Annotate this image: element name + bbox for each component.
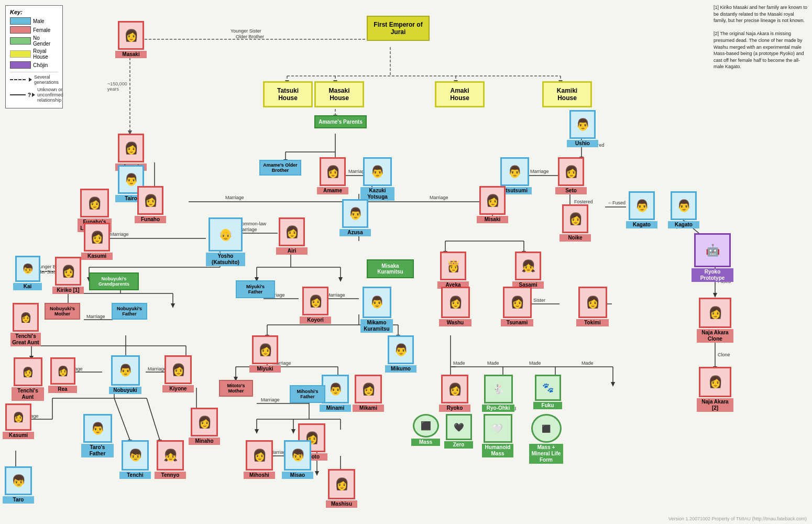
tenchi-aunt-label: Tenchi's Aunt	[12, 387, 44, 401]
svg-text:Marriage: Marriage	[430, 195, 448, 200]
mihoshi-portrait: 👩	[246, 440, 273, 471]
kai-portrait: 👦	[15, 256, 40, 282]
noike-label: Noike	[559, 234, 591, 242]
kasumi2-portrait: 👩	[5, 403, 31, 431]
legend-chojin-label: Chōjin	[33, 62, 48, 68]
amames-parents-box: Amame's Parents	[314, 115, 367, 128]
mass-mineral-label: Mass + Mineral Life Form	[529, 444, 563, 464]
node-tennyo: 👧 Tennyo	[155, 440, 186, 479]
koyori-label: Koyori	[300, 316, 331, 324]
miyuki-portrait: 👩	[252, 335, 278, 364]
mihoshi-label: Mihoshi	[244, 472, 275, 479]
node-amames-parents: Amame's Parents	[314, 115, 367, 128]
taros-father-label: Taro's Father	[81, 444, 114, 457]
node-naja-clone: 👩 Naja Akara Clone	[697, 298, 733, 343]
node-mihoshi: 👩 Mihoshi	[244, 440, 275, 479]
naja-akara-portrait: 👩	[699, 367, 731, 397]
node-azusa: 👨 Azusa	[339, 199, 371, 236]
svg-text:Made: Made	[581, 361, 594, 366]
noike-portrait: 👩	[562, 204, 588, 233]
node-ushio: 👨 Ushio	[567, 110, 598, 147]
fuku-portrait: 🐾	[535, 375, 561, 401]
utsutsumi-portrait: 👨	[500, 157, 529, 186]
node-mashisu: 👩 Mashisu	[326, 469, 357, 508]
node-mass-mineral: ⬛ Mass + Mineral Life Form	[529, 414, 563, 464]
kiriko-label: Kiriko [1]	[52, 287, 84, 294]
legend-no-gender: No Gender	[10, 35, 58, 47]
node-kai: 👦 Kai	[13, 256, 42, 290]
node-koyori: 👩 Koyori	[300, 287, 331, 324]
humanoid-mass-portrait: 🤍	[484, 414, 512, 443]
node-minaho: 👩 Minaho	[189, 408, 220, 445]
node-kagato2: 👨 Kagato	[668, 191, 699, 228]
node-misaki: 👩 Misaki	[477, 186, 508, 223]
minami-portrait: 👨	[322, 375, 349, 403]
kagato1-label: Kagato	[626, 221, 657, 228]
years-label: ~150,000years	[107, 81, 127, 92]
zero-label: Zero	[444, 441, 473, 449]
svg-text:Made: Made	[453, 361, 465, 366]
yosho-label: Yosho (Katsuhito)	[206, 253, 245, 266]
tenchi-aunt-portrait: 👩	[14, 357, 42, 386]
tokimi-label: Tokimi	[576, 319, 609, 326]
azusa-label: Azusa	[339, 229, 371, 236]
legend-royal-box	[10, 50, 31, 58]
washu-label: Washu	[439, 319, 471, 326]
legend-several-gen-label: Severalgenerations	[34, 74, 59, 85]
kiyone-portrait: 👩	[164, 355, 192, 384]
node-ryo-ohki: 🐇 Ryo-Ohki	[482, 375, 514, 412]
node-misao: 👦 Misao	[282, 440, 313, 479]
node-nobuyukis-father: Nobuyuki's Father	[112, 303, 147, 320]
node-washu: 👩 Washu	[439, 287, 471, 326]
tsunami-portrait: 👩	[503, 287, 532, 318]
taro-label: Taro	[3, 496, 34, 504]
amaki-house: Amaki House	[435, 81, 485, 107]
airi-portrait: 👩	[279, 217, 305, 246]
legend-chojin-box	[10, 61, 31, 69]
kasumi2-label: Kasumi	[3, 432, 34, 439]
node-miyuki: 👩 Miyuki	[249, 335, 281, 373]
node-amame: 👩 Amame	[317, 157, 348, 194]
masaki-label: Masaki	[115, 51, 147, 58]
legend-male-box	[10, 17, 31, 25]
version-text: Version 1.20071002 Property of TMIAU (ht…	[668, 516, 807, 521]
svg-line-99	[114, 398, 130, 440]
tennyo-label: Tennyo	[155, 472, 186, 479]
node-mikamo: 👨 Mikamo Kuramitsu	[360, 287, 393, 333]
svg-marker-154	[611, 382, 615, 387]
masaki-house: Masaki House	[314, 81, 364, 107]
svg-text:Marriage: Marriage	[86, 314, 105, 319]
legend-no-gender-label: No Gender	[33, 35, 58, 47]
node-nobuyukis-mother: Nobuyuki's Mother	[45, 303, 80, 320]
footnote: [1] Kiriko Masaki and her family are kno…	[714, 4, 808, 70]
node-kasumi: 👩 Kasumi	[81, 223, 113, 260]
node-amames-older-brother: Amame's Older Brother	[259, 160, 301, 176]
node-tokimi: 👩 Tokimi	[576, 287, 609, 326]
rea-portrait: 👩	[50, 357, 75, 385]
svg-text:←Fused: ←Fused	[608, 200, 626, 205]
legend-royal: Royal House	[10, 48, 58, 60]
kagato2-portrait: 👨	[671, 191, 697, 220]
naja-clone-label: Naja Akara Clone	[697, 329, 733, 343]
footnote-2: [2] The original Naja Akara is missing p…	[714, 30, 808, 70]
amame-portrait: 👩	[320, 157, 346, 186]
ushio-portrait: 👨	[569, 110, 596, 139]
node-tenchi-aunt: 👩 Tenchi's Aunt	[12, 357, 44, 401]
node-airi: 👩 Airi	[276, 217, 308, 255]
svg-text:Marriage: Marriage	[225, 195, 244, 200]
node-taro: 👦 Taro	[3, 466, 34, 504]
taro-portrait: 👦	[5, 466, 32, 495]
svg-marker-134	[315, 471, 319, 476]
miyukis-father-box: Miyuki's Father	[236, 280, 275, 298]
ryoko-prototype-portrait: 🤖	[694, 233, 731, 267]
mikami-label: Mikami	[353, 405, 384, 412]
node-first-emperor: First Emperor of Jurai	[367, 16, 430, 41]
node-fuku: 🐾 Fuku	[533, 375, 562, 409]
svg-text:Fostered: Fostered	[574, 199, 593, 204]
asumi-portrait: 👩	[118, 134, 144, 162]
misaka-kuramitsu-box: Misaka Kuramitsu	[367, 259, 414, 278]
node-kiriko: 👩 Kiriko [1]	[52, 257, 84, 294]
tatsuki-house: Tatsuki House	[263, 81, 313, 107]
mikumo-label: Mikumo	[385, 365, 416, 373]
legend: Key: Male Female No Gender Royal House C…	[5, 5, 63, 108]
